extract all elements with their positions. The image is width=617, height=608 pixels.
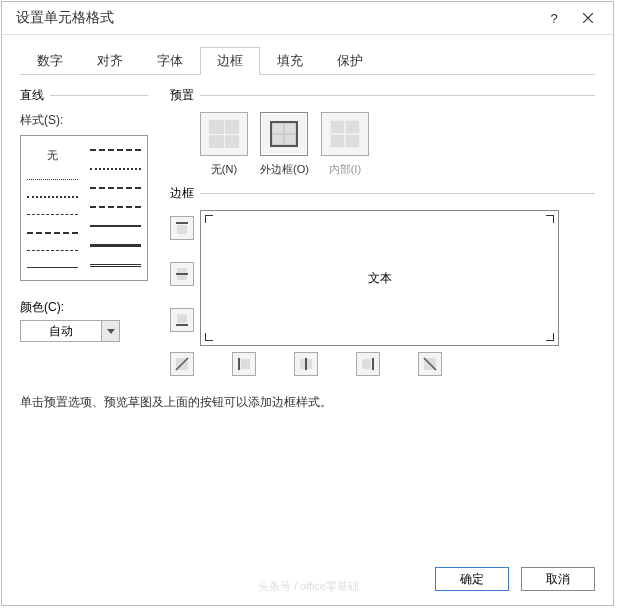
svg-rect-5	[176, 273, 188, 275]
line-style-list[interactable]: 无	[20, 135, 148, 281]
svg-rect-14	[305, 358, 307, 370]
style-none[interactable]: 无	[27, 148, 78, 163]
border-diag-down-button[interactable]	[418, 352, 442, 376]
border-preview[interactable]: 文本	[200, 210, 559, 346]
tab-protect[interactable]: 保护	[320, 47, 380, 74]
preset-none-label: 无(N)	[211, 162, 237, 177]
preset-outline-button[interactable]	[260, 112, 308, 156]
border-diag-up-button[interactable]	[170, 352, 194, 376]
svg-rect-15	[307, 359, 312, 369]
preset-row: 无(N) 外边框(O) 内部(I)	[200, 112, 595, 177]
line-section-label: 直线	[20, 87, 44, 104]
svg-rect-17	[372, 358, 374, 370]
style-label: 样式(S):	[20, 112, 148, 129]
svg-rect-3	[177, 225, 187, 234]
border-vmid-button[interactable]	[294, 352, 318, 376]
preset-inside-label: 内部(I)	[329, 162, 361, 177]
dialog-content: 数字 对齐 字体 边框 填充 保护 直线 样式(S): 无	[2, 35, 613, 553]
dialog-footer: 确定 取消	[2, 553, 613, 605]
border-top-button[interactable]	[170, 216, 194, 240]
svg-rect-4	[177, 268, 187, 273]
tab-body: 直线 样式(S): 无	[20, 75, 595, 376]
style-dash-dot[interactable]	[27, 232, 78, 234]
svg-rect-8	[176, 324, 188, 326]
border-right-button[interactable]	[356, 352, 380, 376]
tab-number[interactable]: 数字	[20, 47, 80, 74]
preset-section-label: 预置	[170, 87, 194, 104]
border-area: 文本	[170, 210, 595, 346]
close-button[interactable]	[571, 6, 605, 30]
svg-rect-7	[177, 314, 187, 323]
style-dashed[interactable]	[27, 214, 78, 215]
style-medium[interactable]	[90, 225, 141, 227]
style-slanted[interactable]	[90, 206, 141, 208]
style-double[interactable]	[90, 264, 141, 267]
left-panel: 直线 样式(S): 无	[20, 87, 148, 376]
style-med-dot[interactable]	[90, 168, 141, 170]
svg-rect-11	[238, 358, 240, 370]
tab-border[interactable]: 边框	[200, 47, 260, 75]
tab-font[interactable]: 字体	[140, 47, 200, 74]
tab-row: 数字 对齐 字体 边框 填充 保护	[20, 47, 595, 75]
style-thick[interactable]	[90, 244, 141, 247]
tab-fill[interactable]: 填充	[260, 47, 320, 74]
svg-rect-2	[176, 222, 188, 224]
style-med-dash[interactable]	[90, 149, 141, 151]
ok-button[interactable]: 确定	[435, 567, 509, 591]
style-med-dash-dot[interactable]	[90, 187, 141, 189]
color-value: 自动	[21, 323, 101, 340]
titlebar: 设置单元格格式 ?	[2, 2, 613, 35]
border-left-button[interactable]	[232, 352, 256, 376]
format-cells-dialog: 设置单元格格式 ? 数字 对齐 字体 边框 填充 保护 直线 样式(S): 无	[1, 1, 614, 606]
cancel-button[interactable]: 取消	[521, 567, 595, 591]
style-dotted-2[interactable]	[27, 196, 78, 198]
preset-outline-label: 外边框(O)	[260, 162, 309, 177]
svg-rect-12	[241, 359, 250, 369]
style-dotted[interactable]	[27, 179, 78, 180]
preset-none-button[interactable]	[200, 112, 248, 156]
close-icon	[583, 13, 593, 23]
dialog-title: 设置单元格格式	[16, 9, 537, 27]
border-hmid-button[interactable]	[170, 262, 194, 286]
hint-text: 单击预置选项、预览草图及上面的按钮可以添加边框样式。	[20, 394, 595, 411]
svg-rect-6	[177, 275, 187, 280]
svg-rect-16	[362, 359, 371, 369]
color-label: 颜色(C):	[20, 299, 148, 316]
right-panel: 预置 无(N) 外边框(O) 内部(I) 边框	[170, 87, 595, 376]
preview-text: 文本	[368, 270, 392, 287]
border-section-label: 边框	[170, 185, 194, 202]
style-thin[interactable]	[27, 267, 78, 268]
preset-inside-button[interactable]	[321, 112, 369, 156]
style-dash-dot-dot[interactable]	[27, 250, 78, 251]
chevron-down-icon	[101, 321, 119, 341]
svg-rect-13	[300, 359, 305, 369]
border-bottom-button[interactable]	[170, 308, 194, 332]
help-button[interactable]: ?	[537, 6, 571, 30]
color-dropdown[interactable]: 自动	[20, 320, 120, 342]
tab-align[interactable]: 对齐	[80, 47, 140, 74]
